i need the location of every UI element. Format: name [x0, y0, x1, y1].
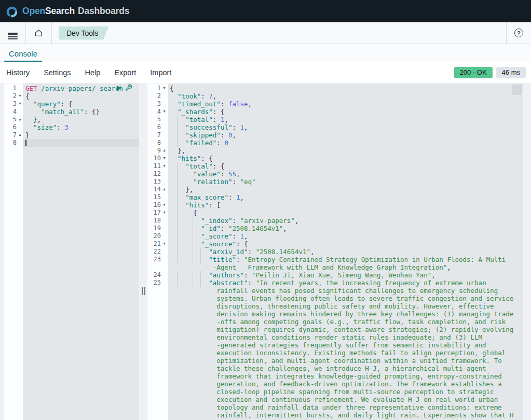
line-number: 11 [147, 162, 161, 170]
fold-toggle-icon[interactable]: ▲ [161, 186, 168, 193]
code-text: decision making remains hindered by thre… [168, 310, 523, 318]
fold-spacer [161, 116, 168, 123]
breadcrumb-dev-tools[interactable]: Dev Tools [59, 26, 108, 40]
menu-item-history[interactable]: History [6, 68, 30, 77]
status-badge-200-ok: 200 - OK [454, 67, 493, 78]
fold-spacer [161, 403, 168, 411]
fold-spacer [161, 279, 168, 287]
home-button[interactable] [26, 22, 51, 44]
code-line: 6 "size": 3 [4, 123, 139, 131]
fold-spacer [161, 365, 168, 372]
line-number [147, 341, 161, 349]
code-line: 13 "relation": "eq" [147, 178, 523, 186]
code-text: -offs among competing goals (e.g., traff… [168, 318, 523, 326]
fold-toggle-icon[interactable]: ▼ [161, 209, 168, 217]
code-text: "successful": 1, [168, 123, 523, 131]
wrench-icon[interactable] [125, 84, 132, 91]
menu-item-export[interactable]: Export [114, 68, 136, 77]
code-line: 3▼ "query": { [4, 100, 139, 108]
fold-spacer [161, 388, 168, 396]
fold-toggle-icon[interactable]: ▼ [161, 240, 168, 248]
tab-console[interactable]: Console [4, 46, 42, 62]
line-number [147, 357, 161, 365]
line-number: 8 [4, 139, 17, 147]
menu-hamburger-icon[interactable] [0, 22, 25, 44]
console-toolbar: HistorySettingsHelpExportImport 200 - OK… [0, 62, 531, 83]
fold-spacer [161, 302, 168, 310]
menu-item-import[interactable]: Import [150, 68, 171, 77]
home-icon [34, 28, 44, 38]
request-editor[interactable]: 1GET /arxiv-papers/_search2▼{3▼ "query":… [4, 83, 139, 420]
code-line: 24 "authors": "Peilin Ji, Xiao Xue, Sime… [147, 271, 523, 279]
code-text: "_id": "2508.14654v1", [168, 225, 523, 232]
code-text: environmental conditions render static r… [168, 333, 523, 341]
response-editor[interactable]: 1▼{2 "took": 7,3 "timed_out": false,4▼ "… [147, 83, 523, 420]
request-actions: ▶ [117, 84, 132, 91]
help-button[interactable]: ? [507, 22, 531, 44]
code-line: 2▼{ [4, 92, 139, 100]
code-text: execution inconsistency. Existing method… [168, 349, 523, 357]
fold-spacer [161, 357, 168, 365]
code-line: 7▲} [4, 131, 139, 139]
line-number: 16 [147, 201, 161, 209]
code-line: 5 "total": 1, [147, 116, 523, 123]
line-number: 9 [147, 147, 161, 155]
line-number: 7 [4, 131, 17, 139]
fold-toggle-icon[interactable]: ▲ [17, 131, 23, 139]
menu-item-help[interactable]: Help [85, 68, 101, 77]
fold-spacer [161, 123, 168, 131]
global-header: OpenSearchDashboards [0, 0, 531, 22]
code-line: 2 "took": 7, [147, 92, 523, 100]
line-number [147, 372, 161, 380]
code-text: "total": 1, [168, 116, 523, 123]
line-number: 23 [147, 256, 161, 263]
code-line: 8 [4, 139, 139, 147]
menu-item-settings[interactable]: Settings [44, 68, 71, 77]
code-text: "total": { [168, 162, 523, 170]
line-number [147, 403, 161, 411]
fold-toggle-icon[interactable]: ▼ [161, 162, 168, 170]
code-line: 9▲ }, [147, 147, 523, 155]
fold-toggle-icon[interactable]: ▼ [161, 201, 168, 209]
code-line: 18 "_index": "arxiv-papers", [147, 217, 523, 225]
code-text: "_source": { [168, 240, 523, 248]
line-number: 21 [147, 240, 161, 248]
code-line: mitigation) requires dynamic, context-aw… [147, 326, 523, 333]
fold-toggle-icon[interactable]: ▼ [161, 85, 168, 92]
code-line: systems. Urban flooding often leads to s… [147, 295, 523, 302]
line-number: 15 [147, 193, 161, 201]
scrollbar-track[interactable] [523, 83, 531, 420]
fold-toggle-icon[interactable]: ▼ [17, 92, 23, 100]
line-number: 18 [147, 217, 161, 225]
code-line: 8 "failed": 0 [147, 139, 523, 147]
line-number [147, 318, 161, 326]
pane-resize-handle[interactable] [142, 287, 145, 295]
code-text [23, 139, 139, 147]
line-number [147, 333, 161, 341]
line-number: 7 [147, 131, 161, 139]
fold-toggle-icon[interactable]: ▲ [161, 147, 168, 155]
line-number: 14 [147, 186, 161, 193]
code-text: "relation": "eq" [168, 178, 523, 186]
fold-toggle-icon[interactable]: ▲ [17, 116, 23, 123]
line-number: 2 [4, 92, 17, 100]
fold-spacer [17, 108, 23, 116]
code-line: rainfall, intermittent bursts, and daily… [147, 411, 523, 419]
code-text: "timed_out": false, [168, 100, 523, 108]
fold-toggle-icon[interactable]: ▼ [161, 155, 168, 162]
code-text: "_shards": { [168, 108, 523, 116]
code-line: execution inconsistency. Existing method… [147, 349, 523, 357]
line-number [147, 349, 161, 357]
code-line: 21▼ "_source": { [147, 240, 523, 248]
fold-toggle-icon[interactable]: ▼ [161, 108, 168, 116]
line-number [147, 388, 161, 396]
code-line: 3 "timed_out": false, [147, 100, 523, 108]
fold-spacer [161, 318, 168, 326]
line-number: 2 [147, 92, 161, 100]
send-request-icon[interactable]: ▶ [117, 84, 121, 91]
fold-spacer [161, 100, 168, 108]
fold-toggle-icon[interactable]: ▼ [17, 100, 23, 108]
code-text: "arxiv_id": "2508.14654v1", [168, 248, 523, 256]
fold-spacer [17, 85, 23, 92]
response-scrollbar-thumb[interactable] [512, 85, 522, 95]
